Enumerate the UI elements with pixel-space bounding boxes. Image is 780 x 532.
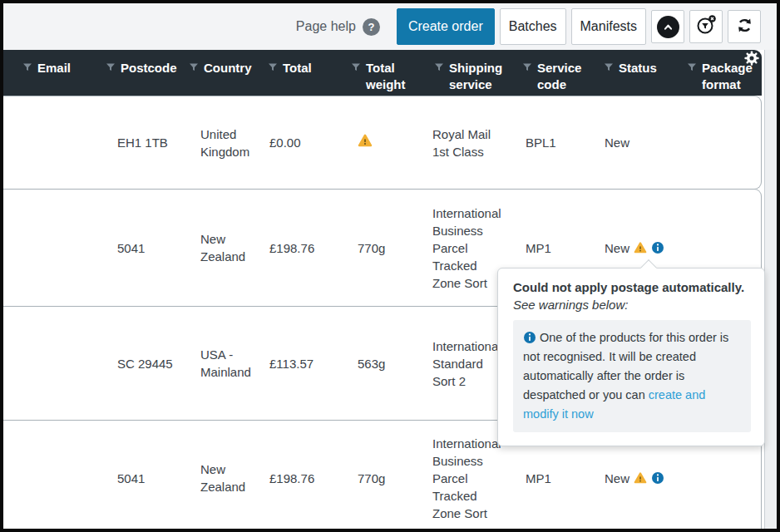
manifests-button[interactable]: Manifests [571, 8, 646, 45]
column-header-email: Email [3, 50, 96, 96]
batches-button[interactable]: Batches [500, 8, 566, 45]
funnel-icon[interactable] [434, 62, 444, 72]
cell-email [3, 358, 96, 368]
cell-postcode: 5041 [96, 234, 179, 262]
column-header-total-weight: Total weight [341, 50, 424, 96]
funnel-icon[interactable] [687, 62, 697, 72]
toolbar: Page help ? Create order Batches Manifes… [3, 3, 777, 50]
funnel-icon[interactable] [106, 62, 116, 72]
clear-filters-funnel-icon [695, 14, 717, 39]
cell-email [3, 138, 96, 148]
cell-status: New [594, 465, 677, 492]
cell-total-weight: 563g [341, 350, 424, 377]
cell-total: £198.76 [258, 234, 341, 262]
cell-country: New Zealand [179, 456, 258, 500]
create-order-button[interactable]: Create order [397, 8, 495, 45]
refresh-icon [735, 16, 754, 38]
column-header-shipping-service: Shipping service [424, 50, 512, 96]
funnel-icon[interactable] [604, 62, 614, 72]
cell-package-format [677, 473, 761, 483]
order-row[interactable]: EH1 1TB United Kingdom £0.00 Royal Mail … [3, 96, 762, 190]
funnel-icon[interactable] [351, 62, 361, 72]
chevron-up-icon [657, 16, 679, 38]
weight-warning-icon[interactable] [358, 133, 373, 148]
cell-total-weight: 770g [341, 465, 424, 492]
info-icon [523, 331, 536, 344]
orders-page: Page help ? Create order Batches Manifes… [0, 0, 780, 532]
cell-email [3, 473, 96, 483]
clear-filters-button[interactable] [689, 10, 723, 43]
cell-total: £0.00 [258, 129, 341, 156]
page-help-label: Page help [296, 19, 356, 34]
cell-service-code: BPL1 [512, 129, 594, 156]
cell-status: New [594, 234, 677, 262]
funnel-icon[interactable] [22, 62, 32, 72]
cell-total: £198.76 [258, 465, 341, 492]
tooltip-subtitle: See warnings below: [513, 298, 751, 312]
tooltip-title: Could not apply postage automatically. [513, 280, 751, 294]
gear-icon[interactable] [744, 51, 759, 66]
cell-package-format [677, 138, 761, 148]
status-warning-icon[interactable] [634, 471, 647, 485]
page-help[interactable]: Page help ? [296, 18, 380, 36]
column-header-country: Country [179, 50, 258, 96]
cell-service-code: MP1 [512, 234, 594, 262]
cell-status: New [594, 129, 677, 156]
question-mark-icon[interactable]: ? [363, 18, 380, 36]
cell-country: United Kingdom [179, 121, 258, 165]
table-header: Email Postcode Country Total Total weigh… [3, 50, 762, 96]
postage-warning-tooltip: Could not apply postage automatically. S… [497, 268, 765, 446]
cell-total-weight: 770g [341, 234, 424, 262]
funnel-icon[interactable] [522, 62, 532, 72]
vertical-scrollbar-track[interactable] [764, 50, 777, 529]
column-header-total: Total [258, 50, 341, 96]
cell-shipping-service: Royal Mail 1st Class [424, 121, 512, 165]
cell-country: USA - Mainland [179, 341, 258, 386]
status-info-icon[interactable] [651, 471, 664, 485]
status-warning-icon[interactable] [634, 241, 647, 254]
cell-postcode: SC 29445 [96, 350, 179, 377]
funnel-icon[interactable] [189, 62, 199, 72]
status-info-icon[interactable] [651, 241, 664, 254]
column-header-status: Status [594, 50, 677, 96]
column-header-postcode: Postcode [96, 50, 179, 96]
cell-package-format [677, 243, 761, 253]
tooltip-warning-box: One of the products for this order is no… [513, 320, 751, 432]
cell-postcode: 5041 [96, 465, 179, 492]
scroll-top-button[interactable] [651, 10, 684, 43]
cell-service-code: MP1 [512, 465, 594, 492]
cell-email [3, 243, 96, 253]
cell-total-weight [341, 128, 424, 157]
funnel-icon[interactable] [268, 62, 278, 72]
column-header-service-code: Service code [512, 50, 594, 96]
cell-country: New Zealand [179, 225, 258, 270]
cell-postcode: EH1 1TB [96, 129, 179, 156]
cell-total: £113.57 [258, 350, 341, 377]
refresh-button[interactable] [728, 10, 761, 43]
